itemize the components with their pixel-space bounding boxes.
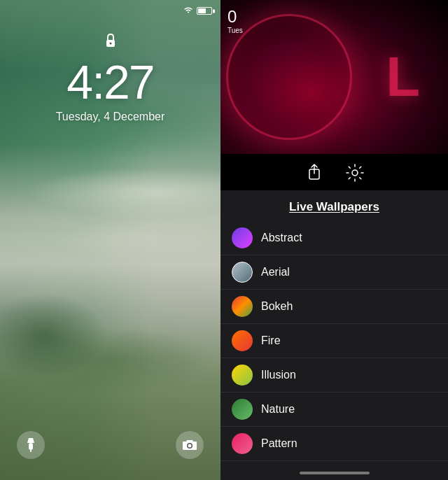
abstract-icon <box>232 227 253 248</box>
aerial-label: Aerial <box>261 266 290 278</box>
preview-circle <box>226 14 352 140</box>
lock-content: 4:27 Tuesday, 4 December <box>0 0 220 480</box>
flashlight-button[interactable] <box>17 431 45 459</box>
mini-date-display: Tues <box>227 27 243 34</box>
lock-time: 4:27 <box>66 55 153 109</box>
home-indicator <box>220 466 448 480</box>
camera-button[interactable] <box>176 431 204 459</box>
categories-container: AbstractAerialBokehFireIllusionNaturePat… <box>220 221 448 466</box>
nature-icon <box>232 399 253 420</box>
category-item-aerial[interactable]: Aerial <box>220 255 448 290</box>
category-item-illusion[interactable]: Illusion <box>220 358 448 393</box>
category-item-fire[interactable]: Fire <box>220 324 448 358</box>
battery-icon <box>197 7 212 15</box>
home-bar <box>300 472 370 474</box>
preview-letter: L <box>386 45 420 109</box>
category-item-pattern[interactable]: Pattern <box>220 427 448 461</box>
lock-bottom-controls <box>0 431 220 459</box>
lock-date: Tuesday, 4 December <box>56 111 165 123</box>
fire-label: Fire <box>261 334 281 347</box>
status-bar <box>0 0 220 19</box>
aerial-icon <box>232 262 253 283</box>
bokeh-label: Bokeh <box>261 300 293 313</box>
category-item-nature[interactable]: Nature <box>220 393 448 427</box>
fire-icon <box>232 330 253 351</box>
wifi-icon <box>183 6 194 16</box>
list-title: Live Wallpapers <box>220 190 448 221</box>
category-item-abstract[interactable]: Abstract <box>220 221 448 255</box>
share-button[interactable] <box>302 161 326 185</box>
category-item-bokeh[interactable]: Bokeh <box>220 290 448 324</box>
mini-time-display: 0 <box>227 7 243 27</box>
pattern-label: Pattern <box>261 437 298 450</box>
settings-button[interactable] <box>343 161 367 185</box>
battery-fill <box>198 8 206 13</box>
action-bar <box>220 154 448 190</box>
category-item-sky[interactable]: Sky <box>220 461 448 466</box>
preview-phone-time: 0 Tues <box>227 7 243 34</box>
bokeh-icon <box>232 296 253 317</box>
lock-icon <box>104 33 117 52</box>
svg-rect-3 <box>30 450 31 452</box>
nature-label: Nature <box>261 403 295 416</box>
svg-rect-2 <box>29 443 33 450</box>
abstract-label: Abstract <box>261 232 302 244</box>
preview-area: L 0 Tues <box>220 0 448 154</box>
svg-point-7 <box>352 170 358 176</box>
svg-point-5 <box>188 444 192 448</box>
illusion-icon <box>232 365 253 386</box>
category-list: Live Wallpapers AbstractAerialBokehFireI… <box>220 190 448 466</box>
wallpaper-menu: L 0 Tues Live Wallpapers AbstractAerialB… <box>220 0 448 480</box>
lock-screen: 4:27 Tuesday, 4 December <box>0 0 220 480</box>
svg-point-1 <box>109 43 111 45</box>
pattern-icon <box>232 433 253 454</box>
illusion-label: Illusion <box>261 369 296 381</box>
